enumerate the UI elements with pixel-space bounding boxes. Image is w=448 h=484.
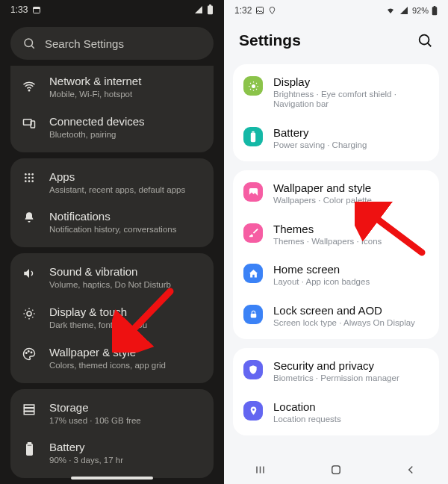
row-display[interactable]: DisplayBrightness · Eye comfort shield ·… <box>233 67 439 118</box>
row-title: Network & internet <box>49 75 141 88</box>
battery-icon <box>249 131 257 143</box>
wifi-icon <box>22 79 36 93</box>
svg-rect-26 <box>27 447 31 455</box>
svg-rect-1 <box>34 7 40 10</box>
row-title: Wallpaper and style <box>273 182 372 194</box>
row-title: Display <box>273 75 429 88</box>
svg-point-13 <box>31 176 34 179</box>
svg-point-9 <box>28 173 31 176</box>
row-subtitle: 17% used · 106 GB free <box>49 416 141 426</box>
row-title: Themes <box>273 223 382 235</box>
storage-icon <box>22 403 36 416</box>
row-wallpaper-style[interactable]: Wallpaper and styleWallpapers · Color pa… <box>233 173 439 214</box>
pin-icon <box>249 405 258 417</box>
row-subtitle: Assistant, recent apps, default apps <box>49 185 185 196</box>
gesture-nav-bar[interactable] <box>71 477 153 480</box>
row-home-screen[interactable]: Home screenLayout · App icon badges <box>233 255 439 295</box>
row-battery[interactable]: BatteryPower saving · Charging <box>233 118 439 158</box>
svg-point-18 <box>26 353 28 354</box>
home-button[interactable] <box>329 463 343 477</box>
row-location[interactable]: LocationLocation requests <box>233 392 439 432</box>
svg-rect-3 <box>209 4 211 6</box>
calendar-icon <box>32 5 41 14</box>
row-notifications[interactable]: NotificationsNotification history, conve… <box>10 202 214 243</box>
row-connected-devices[interactable]: Connected devicesBluetooth, pairing <box>10 108 214 148</box>
row-title: Lock screen and AOD <box>273 304 415 317</box>
row-title: Home screen <box>273 263 370 276</box>
svg-point-19 <box>28 350 30 352</box>
svg-point-15 <box>28 180 31 182</box>
row-network-internet[interactable]: Network & internetMobile, Wi-Fi, hotspot <box>10 70 214 108</box>
samsung-settings-phone: 1:32 92% Settings DisplayBrightness · Ey… <box>224 0 448 484</box>
svg-rect-2 <box>208 5 213 14</box>
row-subtitle: Dark theme, font size, tou <box>49 320 147 331</box>
row-apps[interactable]: AppsAssistant, recent apps, default apps <box>10 163 214 203</box>
status-bar: 1:33 <box>0 0 224 19</box>
status-battery-pct: 92% <box>412 6 429 15</box>
row-title: Sound & vibration <box>49 265 171 279</box>
row-display-touch[interactable]: Display & touchDark theme, font size, to… <box>10 298 214 338</box>
svg-point-20 <box>31 352 32 353</box>
svg-rect-37 <box>332 466 340 474</box>
svg-point-11 <box>25 176 27 179</box>
row-title: Display & touch <box>49 305 147 319</box>
row-subtitle: Brightness · Eye comfort shield · Naviga… <box>273 90 429 109</box>
row-subtitle: 90% · 3 days, 17 hr <box>49 456 123 466</box>
row-subtitle: Biometrics · Permission manager <box>273 373 399 383</box>
row-security-privacy[interactable]: Security and privacyBiometrics · Permiss… <box>233 351 439 391</box>
sound-icon <box>22 267 36 280</box>
sun-icon <box>248 81 259 92</box>
svg-point-10 <box>31 173 34 176</box>
settings-card: Security and privacyBiometrics · Permiss… <box>233 348 439 435</box>
svg-rect-28 <box>432 7 438 15</box>
bell-icon <box>23 211 35 223</box>
row-storage[interactable]: Storage17% used · 106 GB free <box>10 394 214 434</box>
search-placeholder: Search Settings <box>45 37 124 50</box>
svg-rect-22 <box>24 408 34 411</box>
row-sound-vibration[interactable]: Sound & vibrationVolume, haptics, Do Not… <box>10 258 214 298</box>
svg-point-17 <box>27 311 31 316</box>
row-title: Connected devices <box>49 115 145 128</box>
row-title: Wallpaper & style <box>49 346 166 359</box>
recents-button[interactable] <box>255 463 268 477</box>
wifi-status-icon <box>385 6 396 15</box>
brush-icon <box>248 227 259 238</box>
row-title: Security and privacy <box>273 359 399 372</box>
image-icon <box>248 187 259 198</box>
svg-rect-33 <box>252 131 254 132</box>
row-lock-screen-aod[interactable]: Lock screen and AODScreen lock type · Al… <box>233 296 439 336</box>
row-subtitle: Mobile, Wi-Fi, hotspot <box>49 90 141 100</box>
svg-point-4 <box>25 39 33 47</box>
status-time: 1:32 <box>234 5 252 16</box>
row-title: Apps <box>49 170 185 184</box>
svg-rect-23 <box>24 412 34 415</box>
pixel-settings-phone: 1:33 Search Settings Network & internetM… <box>0 0 224 484</box>
row-subtitle: Screen lock type · Always On Display <box>273 318 415 328</box>
row-subtitle: Volume, haptics, Do Not Disturb <box>49 280 171 291</box>
row-themes[interactable]: ThemesThemes · Wallpapers · Icons <box>233 214 439 255</box>
svg-point-5 <box>28 90 30 91</box>
shield-icon <box>248 364 258 376</box>
row-title: Location <box>273 400 341 413</box>
row-title: Battery <box>273 126 367 139</box>
svg-rect-32 <box>251 132 255 142</box>
search-settings-input[interactable]: Search Settings <box>10 27 214 60</box>
devices-icon <box>22 117 36 130</box>
apps-icon <box>23 172 35 184</box>
row-subtitle: Themes · Wallpapers · Icons <box>273 237 382 246</box>
svg-rect-25 <box>28 443 31 444</box>
image-status-icon <box>255 6 264 15</box>
row-subtitle: Colors, themed icons, app grid <box>49 361 166 371</box>
home-icon <box>248 268 259 279</box>
row-battery[interactable]: Battery90% · 3 days, 17 hr <box>10 433 214 474</box>
row-subtitle: Notification history, conversations <box>49 225 176 235</box>
svg-point-14 <box>25 180 27 182</box>
search-icon[interactable] <box>417 32 433 49</box>
row-wallpaper-style[interactable]: Wallpaper & styleColors, themed icons, a… <box>10 338 214 379</box>
row-subtitle: Wallpapers · Color palette <box>273 196 372 205</box>
row-title: Storage <box>49 401 141 415</box>
settings-card: DisplayBrightness · Eye comfort shield ·… <box>233 64 439 161</box>
back-button[interactable] <box>404 463 417 477</box>
row-subtitle: Location requests <box>273 415 341 424</box>
svg-point-16 <box>31 180 34 182</box>
